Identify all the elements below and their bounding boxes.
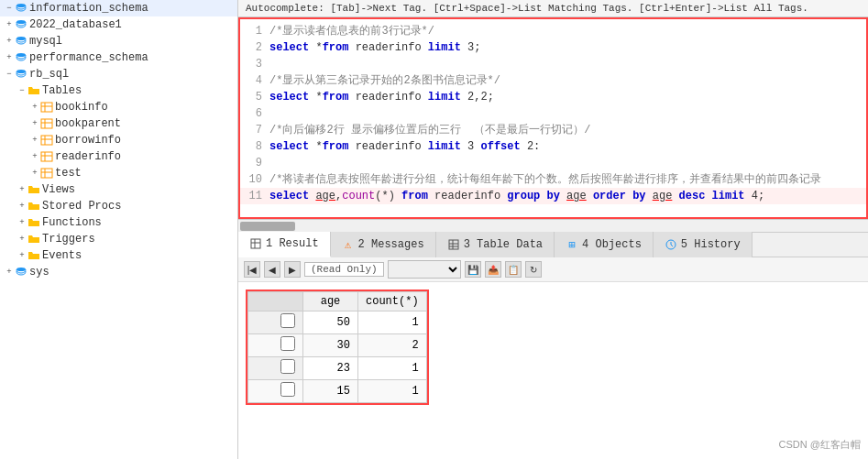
tab-table-data[interactable]: 3 Table Data [436, 232, 555, 257]
tab-messages[interactable]: ⚠ 2 Messages [331, 232, 436, 257]
expand-icon[interactable]: + [16, 217, 27, 228]
sidebar-item-tables[interactable]: − Tables [0, 82, 237, 99]
sidebar-label: Stored Procs [42, 200, 121, 213]
sidebar-label: bookparent [55, 117, 121, 130]
first-button[interactable]: |◀ [244, 261, 260, 278]
line-number: 1 [240, 23, 269, 39]
cell-age: 23 [303, 357, 358, 380]
expand-icon[interactable]: + [4, 36, 15, 47]
code-line-11: 11 select age,count(*) from readerinfo g… [240, 188, 866, 204]
expand-icon[interactable]: + [29, 151, 40, 162]
table-icon [40, 150, 53, 163]
expand-icon[interactable]: + [29, 135, 40, 146]
prev-button[interactable]: ◀ [264, 261, 280, 278]
row-checkbox[interactable] [280, 382, 295, 397]
sidebar-item-information_schema[interactable]: − information_schema [0, 0, 237, 16]
sidebar-item-readerinfo[interactable]: + readerinfo [0, 148, 237, 165]
expand-icon[interactable]: + [4, 19, 15, 30]
tab-result[interactable]: 1 Result [238, 232, 331, 257]
sidebar-item-sys[interactable]: + sys [0, 264, 237, 280]
tab-label: 5 History [681, 238, 741, 251]
db-icon [15, 266, 27, 279]
sidebar-item-views[interactable]: + Views [0, 181, 237, 198]
code-lines: 1 /*显示读者信息表的前3行记录*/ 2 select *from reade… [240, 19, 866, 208]
sidebar-label: test [55, 167, 82, 180]
tab-history[interactable]: 5 History [654, 232, 753, 257]
col-header-count: count(*) [358, 292, 427, 311]
line-number: 4 [240, 72, 269, 89]
expand-icon[interactable]: + [16, 184, 27, 195]
table-icon [40, 101, 53, 114]
folder-icon [27, 84, 40, 97]
copy-button[interactable]: 📋 [505, 261, 522, 278]
sidebar-item-2022_database1[interactable]: + 2022_database1 [0, 16, 237, 33]
sidebar-item-test[interactable]: + test [0, 165, 237, 181]
sidebar-item-rb_sql[interactable]: − rb_sql [0, 66, 237, 82]
result-dropdown[interactable] [388, 260, 461, 279]
save-button[interactable]: 💾 [465, 261, 481, 278]
sidebar-item-borrowinfo[interactable]: + borrowinfo [0, 132, 237, 148]
sidebar-item-bookparent[interactable]: + bookparent [0, 115, 237, 132]
sidebar-item-events[interactable]: + Events [0, 247, 237, 264]
sidebar-item-bookinfo[interactable]: + bookinfo [0, 99, 237, 115]
expand-icon[interactable]: + [16, 234, 27, 245]
expand-icon[interactable]: + [29, 168, 40, 179]
sidebar-item-mysql[interactable]: + mysql [0, 33, 237, 49]
table-row[interactable]: 23 1 [248, 357, 427, 380]
result-table-container: age count(*) 50 1 30 2 23 [238, 282, 868, 459]
sidebar-item-stored_procs[interactable]: + Stored Procs [0, 198, 237, 214]
line-content: select age,count(*) from readerinfo grou… [269, 188, 866, 204]
row-checkbox[interactable] [280, 313, 295, 328]
line-content: select *from readerinfo limit 2,2; [269, 89, 866, 105]
cell-count: 2 [358, 334, 427, 357]
tab-label: 1 Result [266, 237, 319, 250]
expand-icon[interactable]: + [29, 102, 40, 113]
sidebar: − information_schema + 2022_database1 + … [0, 0, 238, 459]
warning-icon: ⚠ [342, 238, 355, 251]
sidebar-label: readerinfo [55, 150, 121, 163]
table-row[interactable]: 50 1 [248, 311, 427, 334]
sidebar-item-triggers[interactable]: + Triggers [0, 231, 237, 247]
editor-scrollbar[interactable] [238, 219, 868, 232]
table-row[interactable]: 15 1 [248, 380, 427, 403]
expand-icon[interactable]: + [4, 267, 15, 278]
row-checkbox-cell [248, 311, 303, 334]
expand-icon[interactable]: + [29, 118, 40, 129]
expand-icon[interactable]: − [4, 69, 15, 80]
row-checkbox[interactable] [280, 359, 295, 374]
line-content: /*将读者信息表按照年龄进行分组，统计每组年龄下的个数。然后按照年龄进行排序，并… [269, 171, 866, 188]
svg-rect-24 [449, 240, 458, 249]
expand-icon[interactable]: + [16, 250, 27, 261]
code-line-6: 6 [240, 105, 866, 122]
svg-point-3 [16, 53, 26, 57]
grid-icon [447, 238, 460, 251]
db-icon [15, 2, 27, 15]
sidebar-item-performance_schema[interactable]: + performance_schema [0, 49, 237, 66]
db-icon [15, 35, 27, 48]
row-checkbox-cell [248, 380, 303, 403]
refresh-button[interactable]: ↻ [525, 261, 542, 278]
sidebar-label: Triggers [42, 233, 95, 246]
row-checkbox-cell [248, 334, 303, 357]
clock-icon [665, 238, 677, 251]
cell-age: 15 [303, 380, 358, 403]
row-checkbox[interactable] [280, 336, 295, 351]
sidebar-label: bookinfo [55, 101, 108, 114]
code-editor[interactable]: 1 /*显示读者信息表的前3行记录*/ 2 select *from reade… [238, 17, 868, 219]
sidebar-label: rb_sql [29, 68, 69, 81]
tab-objects[interactable]: ⊞ 4 Objects [555, 232, 654, 257]
code-line-3: 3 [240, 56, 866, 72]
line-number: 11 [240, 188, 269, 204]
export-button[interactable]: 📤 [485, 261, 501, 278]
next-button[interactable]: ▶ [284, 261, 301, 278]
expand-icon[interactable]: + [4, 52, 15, 63]
autocomplete-text: Autocomplete: [Tab]->Next Tag. [Ctrl+Spa… [246, 3, 808, 14]
expand-icon[interactable]: − [4, 3, 15, 14]
line-number: 6 [240, 105, 269, 122]
sidebar-item-functions[interactable]: + Functions [0, 214, 237, 231]
expand-icon[interactable]: + [16, 201, 27, 212]
table-row[interactable]: 30 2 [248, 334, 427, 357]
line-content: /*向后偏移2行 显示偏移位置后的三行 （不是最后一行切记）/ [269, 122, 866, 138]
expand-icon[interactable]: − [16, 85, 27, 96]
svg-rect-8 [41, 119, 52, 128]
